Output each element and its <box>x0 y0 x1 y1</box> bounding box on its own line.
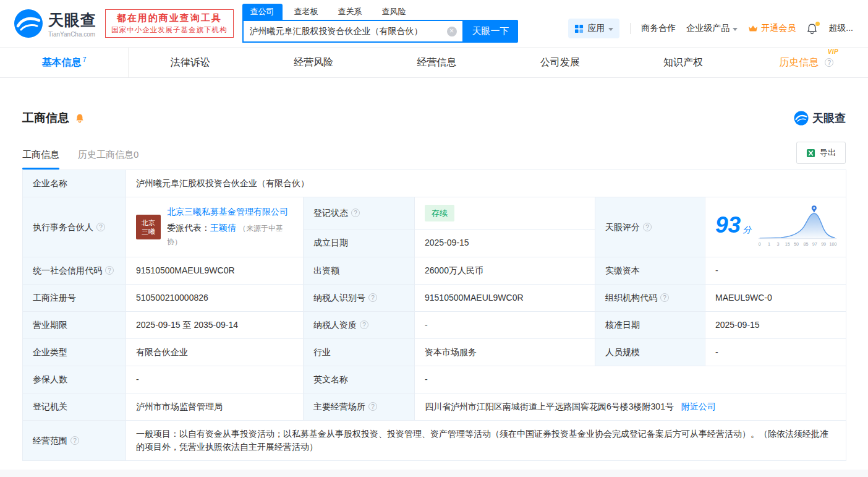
search-tab-company[interactable]: 查公司 <box>242 4 283 20</box>
paid-capital-value: - <box>715 265 718 275</box>
score-number: 93分 <box>715 218 751 236</box>
company-name-value-cell: 泸州曦元阜汇股权投资合伙企业（有限合伙） <box>126 170 846 197</box>
reg-number-value-cell: 510500210000826 <box>126 285 304 312</box>
user-menu[interactable]: 超级... <box>828 23 853 34</box>
credit-code-value: 91510500MAEUL9WC0R <box>136 265 235 275</box>
nav-open-vip[interactable]: 开通会员 <box>748 23 796 34</box>
help-icon[interactable]: ? <box>643 223 652 231</box>
partner-value-cell: 北京 三曦 北京三曦私募基金管理有限公司 委派代表：王颖倩 （来源于中基协） <box>126 197 304 257</box>
apps-label: 应用 <box>587 23 605 34</box>
tab-history-info-label: 历史信息 <box>779 56 819 69</box>
company-type-label: 企业类型 <box>33 347 67 357</box>
search-tab-risk[interactable]: 查风险 <box>374 4 414 20</box>
english-name-value: - <box>425 374 428 384</box>
company-type-value-cell: 有限合伙企业 <box>126 339 304 366</box>
vip-label: 开通会员 <box>761 23 796 34</box>
staff-size-label-cell: 人员规模 <box>595 339 705 366</box>
partner-label: 执行事务合伙人 <box>33 222 93 232</box>
crown-icon <box>748 25 758 32</box>
brand-text: 天眼查 TianYanCha.com <box>48 10 96 38</box>
score-axis-tick: 15 <box>785 242 790 247</box>
help-icon[interactable]: ? <box>105 266 114 275</box>
status-badge: 存续 <box>425 205 454 221</box>
credit-code-label-cell: 统一社会信用代码? <box>23 257 126 285</box>
notification-bell[interactable] <box>806 23 818 35</box>
search-tab-relation[interactable]: 查关系 <box>330 4 370 20</box>
paid-capital-label-cell: 实缴资本 <box>595 257 705 285</box>
table-row: 执行事务合伙人? 北京 三曦 北京三曦私募基金管理有限公司 委派代表：王颖倩 （… <box>23 197 846 230</box>
search-tab-boss[interactable]: 查老板 <box>286 4 326 20</box>
taxpayer-id-label-cell: 纳税人识别号? <box>304 285 415 312</box>
search-input-wrap: × <box>242 20 464 43</box>
tab-basic-info[interactable]: 基本信息7 <box>0 48 129 77</box>
nav-enterprise-product[interactable]: 企业级产品 <box>686 23 738 34</box>
partner-company-link[interactable]: 北京三曦私募基金管理有限公司 <box>167 207 288 217</box>
business-info-table: 企业名称 泸州曦元阜汇股权投资合伙企业（有限合伙） 执行事务合伙人? 北京 三曦… <box>22 170 846 461</box>
business-scope-value-cell: 一般项目：以自有资金从事投资活动；以私募基金从事股权投资、投资管理、资产管理等活… <box>126 421 846 461</box>
reg-status-label-cell: 登记状态? <box>304 197 415 230</box>
tab-legal-proceedings[interactable]: 法律诉讼 <box>129 48 252 77</box>
org-code-value: MAEUL9WC-0 <box>715 293 772 303</box>
brand-name: 天眼查 <box>48 10 96 30</box>
delegate-label: 委派代表： <box>167 223 210 233</box>
tab-history-info[interactable]: VIP 历史信息 ? <box>745 48 868 77</box>
vip-badge: VIP <box>828 48 839 55</box>
address-value-cell: 四川省泸州市江阳区南城街道上平远路国窖花园6号楼3楼附301号 附近公司 <box>415 393 846 421</box>
subtab-business-info[interactable]: 工商信息 <box>22 149 59 170</box>
english-name-value-cell: - <box>415 366 846 393</box>
tab-operating-info[interactable]: 经营信息 <box>375 48 498 77</box>
subscribe-bell-icon[interactable] <box>75 113 85 123</box>
brand-domain: TianYanCha.com <box>48 31 96 38</box>
business-term-label-cell: 营业期限 <box>23 312 126 339</box>
org-code-value-cell: MAEUL9WC-0 <box>705 285 846 312</box>
subtab-history-business-info[interactable]: 历史工商信息0 <box>78 149 138 170</box>
industry-value-cell: 资本市场服务 <box>415 339 595 366</box>
company-name-label-cell: 企业名称 <box>23 170 126 197</box>
clear-search-icon[interactable]: × <box>447 27 457 37</box>
establish-date-label: 成立日期 <box>313 238 348 247</box>
table-row: 营业期限 2025-09-15 至 2035-09-14 纳税人资质? - 核准… <box>23 312 846 339</box>
subtab-row: 工商信息 历史工商信息0 导出 <box>22 142 846 170</box>
export-button[interactable]: 导出 <box>796 142 846 164</box>
reg-number-value: 510500210000826 <box>136 293 208 303</box>
taxpayer-id-label: 纳税人识别号 <box>313 293 365 303</box>
approval-date-label-cell: 核准日期 <box>595 312 705 339</box>
nav-business-cooperation[interactable]: 商务合作 <box>641 23 676 34</box>
promo-banner: 都在用的商业查询工具 国家中小企业发展子基金旗下机构 <box>105 9 234 38</box>
watermark-logo: 天眼查 <box>794 111 846 126</box>
tab-company-development[interactable]: 公司发展 <box>498 48 621 77</box>
partner-company-logo[interactable]: 北京 三曦 <box>136 215 161 239</box>
help-icon[interactable]: ? <box>660 293 669 302</box>
notification-dot <box>815 22 820 26</box>
apps-grid-icon <box>574 24 584 33</box>
score-label: 天眼评分 <box>605 222 640 232</box>
business-scope-label: 经营范围 <box>33 436 67 445</box>
help-icon[interactable]: ? <box>368 402 377 411</box>
nearby-companies-link[interactable]: 附近公司 <box>681 402 716 411</box>
credit-code-value-cell: 91510500MAEUL9WC0R <box>126 257 304 285</box>
apps-menu[interactable]: 应用 <box>568 19 619 38</box>
help-icon[interactable]: ? <box>96 223 105 231</box>
search-button[interactable]: 天眼一下 <box>464 20 518 43</box>
promo-line-1: 都在用的商业查询工具 <box>111 12 228 24</box>
help-icon[interactable]: ? <box>70 436 79 445</box>
nav-enterprise-label: 企业级产品 <box>686 23 730 34</box>
insured-count-label: 参保人数 <box>33 374 67 384</box>
brand-logo[interactable]: 天眼查 TianYanCha.com <box>14 9 96 38</box>
taxpayer-id-value: 91510500MAEUL9WC0R <box>425 293 524 303</box>
tab-intellectual-property[interactable]: 知识产权 <box>621 48 744 77</box>
business-term-value-cell: 2025-09-15 至 2035-09-14 <box>126 312 304 339</box>
help-icon[interactable]: ? <box>351 208 360 217</box>
score-axis-tick: 85 <box>804 242 809 247</box>
help-icon[interactable]: ? <box>368 293 377 302</box>
delegate-name-link[interactable]: 王颖倩 <box>210 223 236 233</box>
tab-basic-info-count: 7 <box>82 56 86 63</box>
search-input[interactable] <box>244 21 462 41</box>
tab-history-label-wrap: VIP 历史信息 ? <box>779 56 833 69</box>
tab-basic-info-label: 基本信息 <box>41 56 81 69</box>
help-icon[interactable]: ? <box>360 320 368 329</box>
tab-operating-risk[interactable]: 经营风险 <box>252 48 375 77</box>
score-axis-tick: 100 <box>830 242 837 247</box>
paid-capital-value-cell: - <box>705 257 846 285</box>
help-icon[interactable]: ? <box>825 58 833 67</box>
